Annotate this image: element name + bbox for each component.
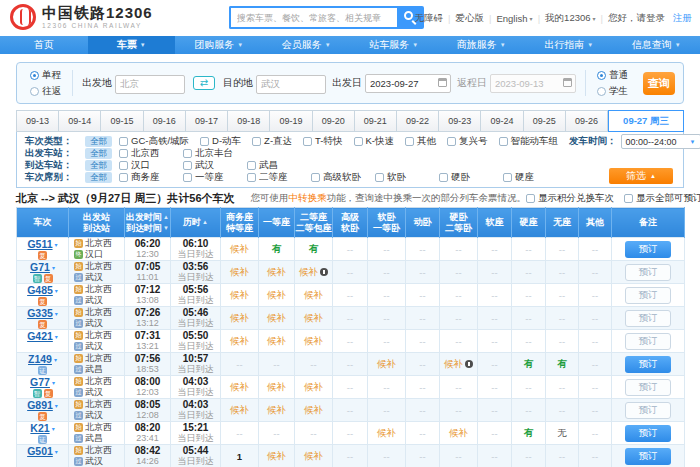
top-link[interactable]: 无障碍: [415, 12, 444, 25]
nav-item[interactable]: 团购服务▼: [175, 36, 263, 54]
train-number-link[interactable]: G891: [27, 399, 53, 411]
filter-option[interactable]: 复兴号: [447, 135, 488, 148]
date-tab[interactable]: 09-25: [524, 110, 566, 132]
train-number-link[interactable]: K21: [30, 422, 49, 434]
date-tab[interactable]: 09-26: [566, 110, 608, 132]
expand-caret-icon[interactable]: ▾: [55, 287, 58, 294]
filter-option[interactable]: 硬卧: [439, 171, 503, 184]
top-link[interactable]: 我的12306▾: [545, 12, 595, 25]
trip-type-option[interactable]: 单程: [30, 69, 61, 82]
expand-caret-icon[interactable]: ▾: [52, 425, 55, 432]
top-link[interactable]: 爱心版: [455, 12, 484, 25]
nav-item[interactable]: 会员服务▼: [263, 36, 351, 54]
candidate-info-icon[interactable]: [320, 268, 328, 276]
nav-item[interactable]: 出行指南▼: [525, 36, 613, 54]
sort-desc-icon[interactable]: ▼: [163, 223, 169, 234]
column-header[interactable]: 二等座二等包座: [295, 208, 333, 238]
column-header[interactable]: 一等座: [259, 208, 295, 238]
filter-option[interactable]: T-特快: [303, 135, 342, 148]
summary-checkbox[interactable]: 显示积分兑换车次: [526, 192, 614, 205]
filter-all-badge[interactable]: 全部: [85, 172, 112, 183]
summary-checkbox[interactable]: 显示全部可预订车次: [624, 192, 700, 205]
train-number-link[interactable]: G71: [30, 261, 50, 273]
filter-option[interactable]: K-快速: [354, 135, 395, 148]
book-button[interactable]: 预订: [625, 310, 671, 327]
date-tab[interactable]: 09-20: [313, 110, 355, 132]
expand-caret-icon[interactable]: ▾: [52, 379, 55, 386]
book-button[interactable]: 预订: [625, 448, 671, 465]
column-header[interactable]: 软座: [478, 208, 512, 238]
filter-option[interactable]: Z-直达: [252, 135, 292, 148]
column-header[interactable]: 出发时间▲到达时间▼: [125, 208, 171, 238]
filter-option[interactable]: 二等座: [247, 171, 311, 184]
date-tab[interactable]: 09-18: [228, 110, 270, 132]
sort-asc-icon[interactable]: ▲: [202, 217, 208, 228]
nav-item[interactable]: 车票▼: [88, 36, 176, 54]
book-button[interactable]: 预订: [625, 241, 671, 258]
expand-caret-icon[interactable]: ▾: [55, 333, 58, 340]
date-tab[interactable]: 09-14: [59, 110, 101, 132]
nav-item[interactable]: 商旅服务▼: [438, 36, 526, 54]
book-button[interactable]: 预订: [625, 425, 671, 442]
date-tab[interactable]: 09-23: [439, 110, 481, 132]
depart-time-select[interactable]: 00:00--24:00▼: [621, 134, 700, 149]
to-input[interactable]: [256, 75, 326, 94]
date-tab-active[interactable]: 09-27 周三: [608, 110, 684, 132]
book-button[interactable]: 预订: [625, 333, 671, 350]
train-number-link[interactable]: Z149: [28, 353, 52, 365]
passenger-type-option[interactable]: 普通: [597, 69, 628, 82]
book-button[interactable]: 预订: [625, 402, 671, 419]
train-number-link[interactable]: G77: [30, 376, 50, 388]
expand-caret-icon[interactable]: ▾: [55, 241, 58, 248]
swap-stations-icon[interactable]: ⇄: [193, 76, 215, 90]
filter-all-badge[interactable]: 全部: [85, 148, 112, 159]
date-tab[interactable]: 09-19: [270, 110, 312, 132]
date-tab[interactable]: 09-16: [144, 110, 186, 132]
filter-option[interactable]: 商务座: [119, 171, 183, 184]
column-header[interactable]: 出发站到达站: [69, 208, 125, 238]
expand-caret-icon[interactable]: ▾: [52, 264, 55, 271]
nav-item[interactable]: 首页: [0, 36, 88, 54]
column-header[interactable]: 历时▲: [171, 208, 221, 238]
expand-caret-icon[interactable]: ▾: [55, 310, 58, 317]
filter-all-badge[interactable]: 全部: [85, 160, 112, 171]
query-button[interactable]: 查询: [643, 72, 675, 95]
china-railway-logo[interactable]: 中国铁路12306 12306 CHINA RAILWAY: [10, 4, 153, 30]
train-number-link[interactable]: G421: [27, 330, 53, 342]
expand-caret-icon[interactable]: ▾: [55, 402, 58, 409]
column-header[interactable]: 软卧一等卧: [368, 208, 406, 238]
column-header[interactable]: 硬座: [512, 208, 546, 238]
date-tab[interactable]: 09-13: [16, 110, 59, 132]
date-tab[interactable]: 09-15: [101, 110, 143, 132]
book-button[interactable]: 预订: [625, 287, 671, 304]
column-header[interactable]: 无座: [546, 208, 579, 238]
expand-caret-icon[interactable]: ▾: [55, 448, 58, 455]
train-number-link[interactable]: G485: [27, 284, 53, 296]
train-number-link[interactable]: G501: [27, 445, 53, 457]
train-number-link[interactable]: G335: [27, 307, 53, 319]
candidate-info-icon[interactable]: [465, 360, 473, 368]
date-tab[interactable]: 09-22: [397, 110, 439, 132]
column-header[interactable]: 硬卧二等卧: [440, 208, 478, 238]
column-header[interactable]: 其他: [579, 208, 612, 238]
nav-item[interactable]: 站车服务▼: [350, 36, 438, 54]
filter-all-badge[interactable]: 全部: [85, 136, 112, 147]
book-button[interactable]: 预订: [625, 356, 671, 373]
train-number-link[interactable]: G511: [27, 238, 52, 250]
from-input[interactable]: [115, 75, 185, 94]
trip-type-option[interactable]: 往返: [30, 85, 61, 98]
filter-option[interactable]: 智能动车组: [499, 135, 559, 148]
column-header[interactable]: 高级软卧: [333, 208, 368, 238]
login-link[interactable]: 您好，请登录: [608, 12, 665, 25]
search-input[interactable]: [229, 6, 397, 29]
filter-option[interactable]: 其他: [405, 135, 436, 148]
register-link[interactable]: 注册: [673, 12, 692, 25]
column-header[interactable]: 备注: [612, 208, 685, 238]
date-tab[interactable]: 09-21: [355, 110, 397, 132]
nav-item[interactable]: 信息查询▼: [613, 36, 700, 54]
passenger-type-option[interactable]: 学生: [597, 85, 628, 98]
column-header[interactable]: 商务座特等座: [221, 208, 259, 238]
column-header[interactable]: 车次: [17, 208, 69, 238]
top-link[interactable]: English▾: [496, 13, 532, 24]
column-header[interactable]: 动卧: [406, 208, 440, 238]
